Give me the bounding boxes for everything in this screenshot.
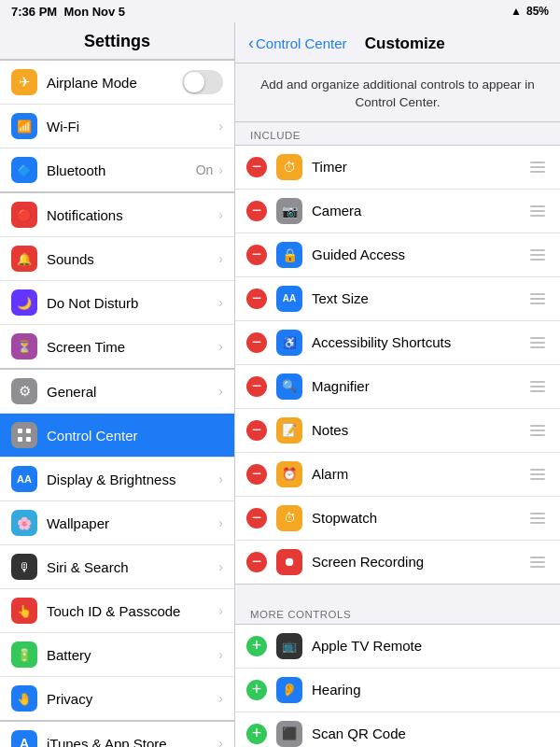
general-icon: ⚙ — [11, 378, 37, 404]
control-item-textsize: − AA Text Size — [235, 277, 560, 321]
remove-timer-button[interactable]: − — [246, 157, 267, 177]
control-item-camera: − 📷 Camera — [235, 190, 560, 233]
sidebar-item-wallpaper[interactable]: 🌸 Wallpaper › — [0, 501, 234, 545]
screenrecording-drag-handle[interactable] — [526, 553, 549, 571]
sidebar-item-label: Display & Brightness — [47, 472, 217, 487]
chevron-icon: › — [218, 119, 223, 134]
sidebar-item-bluetooth[interactable]: 🔷 Bluetooth On › — [0, 148, 234, 191]
sidebar-item-donotdisturb[interactable]: 🌙 Do Not Disturb › — [0, 281, 234, 325]
sidebar-item-label: Bluetooth — [47, 162, 196, 178]
remove-magnifier-button[interactable]: − — [246, 376, 267, 397]
chevron-icon: › — [218, 515, 223, 530]
textsize-icon: AA — [276, 286, 302, 312]
sidebar-item-airplane[interactable]: ✈ Airplane Mode — [0, 61, 234, 105]
chevron-icon: › — [218, 384, 223, 399]
donotdisturb-icon: 🌙 — [11, 289, 37, 316]
remove-guidedaccess-button[interactable]: − — [246, 245, 267, 265]
back-button[interactable]: ‹ Control Center — [248, 34, 347, 53]
sidebar-item-label: General — [47, 384, 217, 400]
appstore-icon: A — [11, 730, 37, 747]
add-hearing-button[interactable]: + — [246, 680, 267, 700]
appletv-label: Apple TV Remote — [312, 638, 549, 654]
timer-drag-handle[interactable] — [526, 158, 549, 176]
scanqr-icon: ⬛ — [276, 721, 302, 747]
camera-drag-handle[interactable] — [526, 202, 549, 220]
sidebar-group-system: 🔴 Notifications › 🔔 Sounds › 🌙 Do Not Di… — [0, 192, 234, 369]
guidedaccess-drag-handle[interactable] — [526, 246, 549, 264]
alarm-drag-handle[interactable] — [526, 465, 549, 484]
textsize-label: Text Size — [312, 290, 526, 306]
sidebar-item-label: Siri & Search — [47, 559, 217, 575]
camera-icon: 📷 — [276, 198, 302, 224]
add-appletv-button[interactable]: + — [246, 636, 267, 656]
remove-accessibility-button[interactable]: − — [246, 332, 267, 353]
remove-screenrecording-button[interactable]: − — [246, 552, 267, 572]
alarm-label: Alarm — [312, 466, 526, 482]
remove-camera-button[interactable]: − — [246, 201, 267, 221]
sidebar-item-label: Battery — [47, 647, 217, 663]
siri-icon: 🎙 — [11, 554, 37, 580]
chevron-icon: › — [218, 647, 223, 662]
stopwatch-drag-handle[interactable] — [526, 509, 549, 528]
accessibility-drag-handle[interactable] — [526, 333, 549, 352]
camera-label: Camera — [312, 203, 526, 218]
hearing-label: Hearing — [312, 682, 549, 698]
accessibility-icon: ♿ — [276, 330, 302, 356]
sidebar-group-preferences: ⚙ General › Control Center AA Display & — [0, 369, 234, 721]
control-item-screenrecording: − ⏺ Screen Recording — [235, 541, 560, 584]
touchid-icon: 👆 — [11, 598, 37, 624]
sidebar-item-label: Wi-Fi — [47, 119, 217, 134]
magnifier-icon: 🔍 — [276, 374, 302, 400]
right-panel: ‹ Control Center Customize Add and organ… — [235, 22, 560, 747]
battery-icon: 🔋 — [11, 641, 37, 668]
control-item-guidedaccess: − 🔒 Guided Access — [235, 233, 560, 277]
sidebar-item-itunesappstore[interactable]: A iTunes & App Store › — [0, 722, 234, 747]
sidebar-item-notifications[interactable]: 🔴 Notifications › — [0, 193, 234, 237]
accessibility-label: Accessibility Shortcuts — [312, 334, 526, 350]
screenrecording-label: Screen Recording — [312, 554, 526, 570]
sidebar-item-screentime[interactable]: ⏳ Screen Time › — [0, 325, 234, 368]
sidebar-item-label: Privacy — [47, 691, 217, 707]
sidebar-item-touchid[interactable]: 👆 Touch ID & Passcode › — [0, 589, 234, 633]
chevron-icon: › — [218, 736, 223, 747]
guidedaccess-label: Guided Access — [312, 247, 526, 262]
remove-alarm-button[interactable]: − — [246, 464, 267, 485]
wifi-status-icon: ▲ — [511, 5, 522, 18]
airplane-icon: ✈ — [11, 69, 37, 95]
notes-icon: 📝 — [276, 417, 302, 444]
remove-stopwatch-button[interactable]: − — [246, 508, 267, 529]
control-item-hearing: + 👂 Hearing — [235, 669, 560, 712]
airplane-toggle[interactable] — [182, 70, 223, 94]
sidebar-item-label: Do Not Disturb — [47, 295, 217, 311]
right-header: ‹ Control Center Customize — [235, 22, 560, 63]
stopwatch-label: Stopwatch — [312, 510, 526, 526]
magnifier-drag-handle[interactable] — [526, 377, 549, 396]
right-panel-title: Customize — [347, 35, 463, 53]
sidebar-item-controlcenter[interactable]: Control Center — [0, 414, 234, 458]
chevron-icon: › — [218, 251, 223, 266]
sidebar-item-sounds[interactable]: 🔔 Sounds › — [0, 237, 234, 281]
add-scanqr-button[interactable]: + — [246, 724, 267, 744]
sidebar-item-privacy[interactable]: 🤚 Privacy › — [0, 677, 234, 720]
sounds-icon: 🔔 — [11, 246, 37, 272]
sidebar-item-general[interactable]: ⚙ General › — [0, 370, 234, 414]
sidebar: Settings ✈ Airplane Mode 📶 Wi-Fi › 🔷 Blu… — [0, 22, 235, 747]
control-item-stopwatch: − ⏱ Stopwatch — [235, 497, 560, 541]
alarm-icon: ⏰ — [276, 461, 302, 487]
sidebar-item-displaybrightness[interactable]: AA Display & Brightness › — [0, 458, 234, 501]
sidebar-item-label: Control Center — [47, 428, 223, 444]
textsize-drag-handle[interactable] — [526, 289, 549, 308]
control-item-alarm: − ⏰ Alarm — [235, 453, 560, 497]
sidebar-item-wifi[interactable]: 📶 Wi-Fi › — [0, 105, 234, 148]
control-item-timer: − ⏱ Timer — [235, 146, 560, 190]
timer-label: Timer — [312, 159, 526, 175]
control-item-scanqr: + ⬛ Scan QR Code — [235, 712, 560, 747]
chevron-icon: › — [218, 162, 223, 177]
sidebar-item-sirisearch[interactable]: 🎙 Siri & Search › — [0, 545, 234, 589]
controlcenter-icon — [11, 422, 37, 448]
sidebar-item-battery[interactable]: 🔋 Battery › — [0, 633, 234, 677]
sidebar-group-store: A iTunes & App Store › — [0, 721, 234, 747]
notes-drag-handle[interactable] — [526, 421, 549, 440]
remove-textsize-button[interactable]: − — [246, 289, 267, 309]
remove-notes-button[interactable]: − — [246, 420, 267, 441]
